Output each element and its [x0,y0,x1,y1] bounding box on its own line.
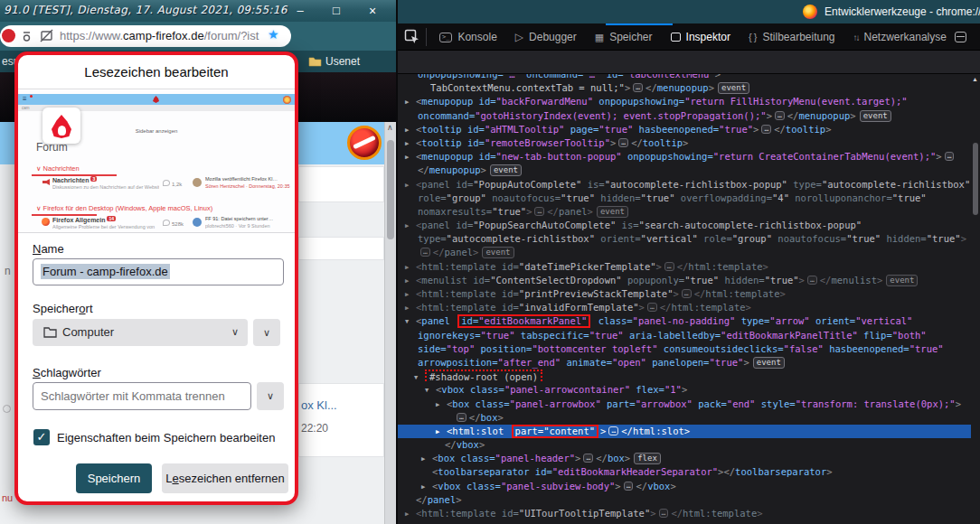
location-dropdown[interactable]: Computer ∨ [33,319,248,346]
blocked-content-icon[interactable] [40,29,53,42]
tab-speicher[interactable]: ▦Speicher [586,23,662,51]
expand-arrow-icon[interactable]: ▶ [405,124,416,136]
markup-line[interactable]: </panel> [398,493,971,507]
markup-line[interactable]: ▶<tooltip id="remoteBrowserTooltip">…</t… [398,136,971,150]
ellipsis-badge[interactable]: … [583,454,593,463]
markup-line[interactable]: ▶<html:template id="invalidFormTemplate"… [398,301,971,314]
ellipsis-badge[interactable]: … [624,482,634,491]
markup-line[interactable]: role="group" noautofocus="true" hidden="… [398,192,971,205]
markup-line[interactable]: ▶<box class="panel-header">…</box>flex [398,452,971,465]
event-badge[interactable]: flex [634,453,661,464]
markup-line[interactable]: ▼#shadow-root (open) [398,370,971,383]
tab-inspektor[interactable]: Inspektor [662,23,740,51]
expand-arrow-icon[interactable]: ▼ [414,371,425,383]
element-picker-icon[interactable] [404,29,420,45]
scrollbar-thumb[interactable] [387,140,394,239]
scrollbar-thumb[interactable] [973,143,978,215]
markup-line[interactable]: ▶<menulist id="ContentSelectDropdown" po… [398,274,971,287]
event-badge[interactable]: event [860,110,891,122]
markup-line[interactable]: arrowposition="after_end" animate="open"… [398,356,971,370]
expand-arrow-icon[interactable]: ▶ [405,508,416,520]
tab-debugger[interactable]: ▷Debugger [506,23,586,51]
minimize-button[interactable]: – [287,2,313,20]
event-badge[interactable]: event [718,82,749,94]
expand-arrow-icon[interactable]: ▶ [405,137,416,150]
name-input[interactable]: Forum - camp-firefox.de [33,258,284,285]
page-link-fragment[interactable]: ox Kl... [301,398,337,412]
ellipsis-badge[interactable]: … [761,125,771,134]
markup-line[interactable]: ▶<menupopup id="backForwardMenu" onpopup… [398,95,971,108]
tab-netzwerkanalyse[interactable]: ↑↓Netzwerkanalyse [844,23,956,51]
url-bar[interactable]: https://www.camp-firefox.de/forum/?ist ★ [0,25,291,47]
markup-line[interactable]: …</box> [398,411,971,425]
ellipsis-badge[interactable]: … [633,83,643,92]
markup-line[interactable]: ▶<html:template id="printPreviewStackTem… [398,287,971,301]
expand-arrow-icon[interactable]: ▶ [436,398,447,411]
tags-input[interactable]: Schlagwörter mit Kommata trennen [33,382,251,410]
markup-line[interactable]: </menupopup>event [398,164,971,177]
ellipsis-badge[interactable]: … [682,289,692,298]
markup-line[interactable]: ▶<menupopup id="new-tab-button-popup" on… [398,150,971,164]
markup-line[interactable]: ▶<html:template id="UITourTooltipTemplat… [398,507,971,520]
markup-line[interactable]: </vbox> [398,438,971,452]
close-button[interactable]: × [360,2,385,20]
expand-arrow-icon[interactable]: ▼ [425,384,436,397]
event-badge[interactable]: event [886,275,918,286]
markup-line[interactable]: ▼<vbox class="panel-arrowcontainer" flex… [398,383,971,397]
markup-line[interactable]: ▶<box class="panel-arrowbox" part="arrow… [398,398,971,411]
ellipsis-badge[interactable]: … [534,207,544,216]
event-badge[interactable]: event [597,206,628,218]
event-badge[interactable]: event [753,357,785,369]
url-text[interactable]: https://www.camp-firefox.de/forum/?ist [60,29,259,42]
location-expand-button[interactable]: ∨ [253,319,280,346]
ellipsis-badge[interactable]: … [659,509,669,518]
tab-stilbearbeitung[interactable]: { }Stilbearbeitung [740,23,844,51]
markup-line[interactable]: onpopupshowing="…" oncommand="…" id="tab… [398,74,971,81]
ellipsis-badge[interactable]: … [945,152,955,161]
markup-line[interactable]: ▶<tooltip id="aHTMLTooltip" page="true" … [398,123,971,136]
devtools-scrollbar[interactable]: ▲ [971,74,980,524]
ellipsis-badge[interactable]: … [775,111,785,120]
markup-line[interactable]: ▼<panel id="editBookmarkPanel" class="pa… [398,314,971,328]
markup-line[interactable]: ignorekeys="true" tabspecific="true" ari… [398,329,971,342]
permissions-icon[interactable] [22,30,34,42]
expand-arrow-icon[interactable]: ▶ [421,481,432,493]
ellipsis-badge[interactable]: … [807,276,817,285]
markup-line[interactable]: ▶<panel id="PopupAutoComplete" is="autoc… [398,178,971,192]
tab-konsole[interactable]: >_Konsole [430,23,506,51]
ellipsis-badge[interactable]: … [664,262,674,271]
save-button[interactable]: Speichern [76,463,152,493]
markup-line[interactable]: oncommand="gotoHistoryIndex(event); even… [398,109,971,123]
split-panel-icon[interactable] [955,32,966,42]
bookmark-star-icon[interactable]: ★ [268,27,279,42]
markup-line[interactable]: …</panel>event [398,246,971,259]
maximize-button[interactable]: □ [324,2,349,20]
remove-bookmark-button[interactable]: Lesezeichen entfernen [162,463,288,493]
markup-line[interactable]: ▶<vbox class="panel-subview-body">…</vbo… [398,480,971,493]
scroll-up-arrow[interactable]: ∧ [387,123,393,132]
scroll-up-arrow[interactable]: ▲ [972,76,978,82]
event-badge[interactable]: event [482,247,514,258]
markup-line[interactable]: nomaxresults="true">…</panel>event [398,205,971,219]
ellipsis-badge[interactable]: … [608,426,618,435]
expand-arrow-icon[interactable]: ▶ [405,302,416,314]
ellipsis-badge[interactable]: … [420,248,430,257]
bookmark-folder-usenet[interactable]: Usenet [325,55,360,68]
expand-arrow-icon[interactable]: ▶ [405,261,416,274]
markup-line[interactable]: <toolbarseparator id="editBookmarkHeader… [398,465,971,479]
ellipsis-badge[interactable]: … [647,303,657,312]
event-badge[interactable]: event [490,164,522,176]
ellipsis-badge[interactable]: … [457,413,466,422]
expand-arrow-icon[interactable]: ▶ [405,96,416,108]
expand-arrow-icon[interactable]: ▶ [405,288,416,301]
expand-arrow-icon[interactable]: ▶ [405,179,416,192]
markup-line[interactable]: side="top" position="bottomcenter toplef… [398,342,971,356]
expand-arrow-icon[interactable]: ▼ [405,315,416,328]
markup-line[interactable]: ▶<html:template id="dateTimePickerTempla… [398,260,971,274]
tags-expand-button[interactable]: ∨ [257,382,284,410]
expand-arrow-icon[interactable]: ▶ [405,151,416,164]
expand-arrow-icon[interactable]: ▶ [405,275,416,287]
markup-line-selected[interactable]: ▶<html:slot part="content">…</html:slot> [398,425,971,438]
expand-arrow-icon[interactable]: ▶ [405,220,416,232]
markup-line[interactable]: TabContextMenu.contextTab = null;">…</me… [398,81,971,95]
